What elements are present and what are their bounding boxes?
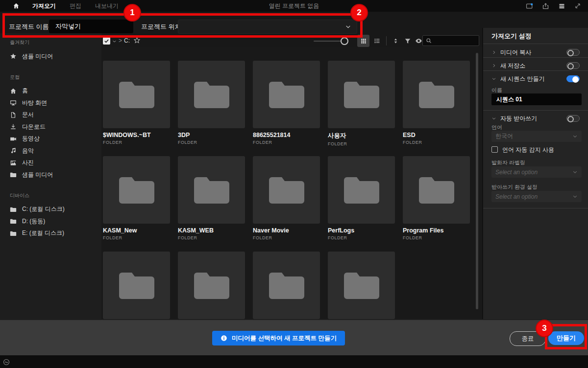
folder-cell [253,252,320,319]
home-icon[interactable] [13,2,20,9]
footer-bar: 미디어를 선택하여 새 프로젝트 만들기 종료 만들기 [0,319,588,355]
sidebar-item-icon [10,136,17,142]
project-name-input[interactable] [49,20,133,33]
folder-tile[interactable] [178,61,245,128]
folder-type-label: FOLDER [178,140,245,145]
folder-tile[interactable] [328,252,395,319]
list-view-button[interactable] [371,35,383,47]
folder-cell: ESD FOLDER [403,61,470,149]
fullscreen-icon[interactable] [574,2,581,9]
folder-tile[interactable] [328,156,395,224]
creative-cloud-icon[interactable] [3,359,10,366]
project-location-dropdown[interactable] [178,20,357,34]
sidebar-section-devices: 디바이스 C: (로컬 디스크) D: (동동) E: ( [0,186,101,240]
folder-icon [344,81,379,108]
folder-tile[interactable] [103,61,170,128]
folder-cell: 3DP FOLDER [178,61,245,149]
sidebar-item[interactable]: D: (동동) [0,215,101,228]
toolbar-divider [386,36,387,46]
folder-tile[interactable] [403,156,470,224]
sidebar-item[interactable]: 문서 [0,109,101,121]
language-label: 언어 [491,124,502,131]
folder-cell: KASM_WEB FOLDER [178,156,245,245]
workspace-icon[interactable] [526,2,533,10]
breadcrumb-drive[interactable]: C: [124,37,130,44]
transcription-prefs-dropdown[interactable]: Select an option [491,191,582,202]
folder-cell: Naver Movie FOLDER [253,156,320,245]
folder-tile[interactable] [103,252,170,319]
sidebar-item[interactable]: 샘플 미디어 [0,50,101,63]
tab-import[interactable]: 가져오기 [32,2,56,10]
new-sequence-toggle[interactable] [566,75,580,82]
sidebar-item[interactable]: 샘플 미디어 [0,169,101,181]
sidebar-item[interactable]: 다운로드 [0,121,101,133]
close-button[interactable]: 종료 [510,331,546,346]
sidebar-item-icon [10,206,17,213]
sidebar-item[interactable]: E: (로컬 디스크) [0,228,101,240]
folder-name: Naver Movie [253,227,320,234]
folder-tile[interactable] [178,252,245,319]
sidebar: 즐겨찾기 샘플 미디어 로컬 홈 [0,33,101,319]
folder-tile[interactable] [253,156,320,224]
tab-export[interactable]: 내보내기 [95,2,119,10]
chevron-down-icon [572,134,578,139]
sequence-name-input[interactable] [491,93,582,105]
folder-tile[interactable] [178,156,245,224]
grid-view-button[interactable] [357,35,369,47]
sidebar-item-label: D: (동동) [22,217,45,226]
folder-cell: PerfLogs FOLDER [328,156,395,245]
create-button[interactable]: 만들기 [548,331,584,345]
sort-button[interactable] [390,35,402,47]
folder-type-label: FOLDER [253,235,320,240]
folder-cell: $WINDOWS.~BT FOLDER [103,61,170,149]
sidebar-item-label: 홈 [22,87,28,95]
select-all-checkbox[interactable] [103,37,110,45]
folder-cell: 사용자 FOLDER [328,61,395,149]
select-media-info-button[interactable]: 미디어를 선택하여 새 프로젝트 만들기 [212,331,345,345]
thumbnail-size-slider-track[interactable] [314,41,344,42]
folder-icon [194,272,229,299]
premiere-import-window: 가져오기 편집 내보내기 열린 프로젝트 없음 프로젝트 이름 프로젝트 위치 … [0,0,588,368]
folder-tile[interactable] [253,252,320,319]
auto-detect-checkbox[interactable] [491,146,498,153]
sidebar-section-favorites: 즐겨찾기 샘플 미디어 [0,33,101,63]
sidebar-item[interactable]: 사진 [0,157,101,169]
favorite-star-icon[interactable] [133,37,141,44]
speaker-labeling-value: Select an option [495,169,538,176]
folder-tile[interactable] [103,156,170,224]
folder-name: 3DP [178,132,245,138]
hamburger-menu-icon[interactable] [558,2,565,10]
thumbnail-size-slider-knob[interactable] [341,37,348,45]
speaker-labeling-dropdown[interactable]: Select an option [491,166,582,178]
copy-media-toggle[interactable] [566,49,580,56]
language-dropdown[interactable]: 한국어 [491,131,582,142]
folder-cell: KASM_New FOLDER [103,156,170,245]
sidebar-item[interactable]: 동영상 [0,133,101,145]
folder-type-label: FOLDER [178,235,245,240]
vertical-scrollbar[interactable] [476,53,478,309]
sidebar-item[interactable]: 음악 [0,145,101,157]
folder-cell [103,252,170,319]
sidebar-item-label: 동영상 [22,135,40,143]
folder-tile[interactable] [403,61,470,128]
sidebar-item-icon [10,230,17,237]
chevron-down-icon [572,194,578,199]
filter-button[interactable] [401,35,414,47]
chevron-down-icon[interactable] [112,39,117,44]
tab-edit[interactable]: 편집 [70,2,81,10]
share-icon[interactable] [542,2,549,10]
auto-transcribe-toggle[interactable] [566,115,580,122]
chevron-down-icon [491,116,496,121]
sidebar-item[interactable]: 홈 [0,85,101,97]
folder-name: KASM_WEB [178,227,245,234]
folder-tile[interactable] [328,61,395,128]
folder-tile[interactable] [253,61,320,128]
search-input[interactable] [434,37,478,44]
copy-media-label: 미디어 복사 [500,48,531,57]
chevron-down-icon [491,76,496,81]
new-storage-toggle[interactable] [566,62,580,69]
folder-grid: $WINDOWS.~BT FOLDER 3DP FOLDER 886255218 [101,47,483,319]
sidebar-item[interactable]: 바탕 화면 [0,97,101,109]
sidebar-item-label: 음악 [22,147,34,155]
sidebar-item[interactable]: C: (로컬 디스크) [0,204,101,216]
